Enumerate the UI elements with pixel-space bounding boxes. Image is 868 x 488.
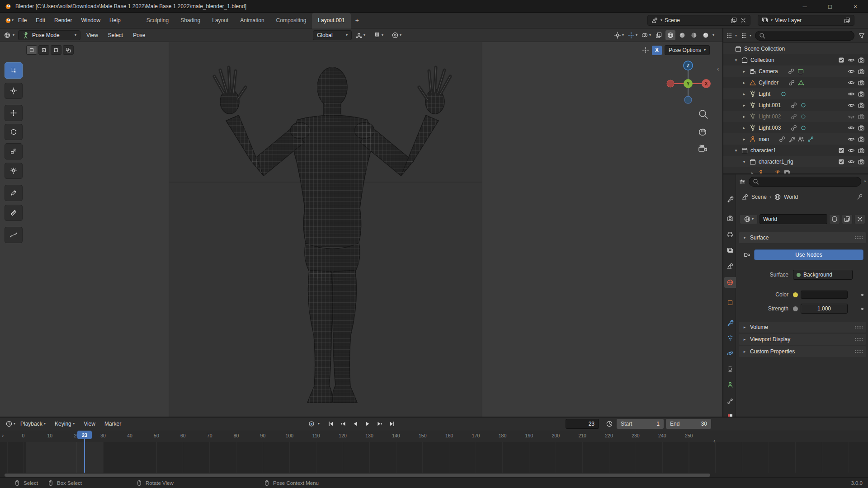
window-titlebar[interactable]: Blender [C:\Users\soila\Downloads\Male B…: [0, 0, 868, 13]
3d-viewport[interactable]: Z X Y ‹ ▾ Pose Mode ▾: [0, 28, 722, 417]
outliner-row-light-003[interactable]: ▸ Light.003: [723, 122, 868, 133]
auto-keying-toggle[interactable]: [306, 419, 317, 428]
tab-layout-001[interactable]: Layout.001: [312, 13, 350, 28]
tab-animation[interactable]: Animation: [234, 13, 270, 28]
custom-properties-section-header[interactable]: ▸ Custom Properties: [739, 346, 866, 357]
eye-icon[interactable]: [848, 90, 855, 98]
xray-toggle[interactable]: [654, 30, 664, 40]
viewport-display-section-header[interactable]: ▸ Viewport Display: [739, 334, 866, 345]
display-pill-2[interactable]: [38, 45, 49, 55]
animate-dot-icon[interactable]: [861, 294, 863, 296]
filter-funnel-icon[interactable]: [858, 32, 865, 39]
tab-bone[interactable]: [724, 396, 736, 407]
camera-render-icon[interactable]: [858, 56, 865, 64]
jump-to-start-button[interactable]: [325, 419, 336, 428]
outliner-search[interactable]: [755, 31, 854, 41]
checkbox-icon[interactable]: [838, 56, 845, 64]
camera-render-icon[interactable]: [858, 90, 865, 98]
frame-start-field[interactable]: Start 1: [617, 419, 664, 429]
eye-icon[interactable]: [848, 102, 855, 109]
checkbox-icon[interactable]: [838, 158, 845, 165]
disclosure-triangle-icon[interactable]: ▸: [741, 92, 747, 96]
eye-closed-icon[interactable]: [848, 113, 855, 120]
tab-constraints[interactable]: [724, 364, 736, 375]
disclosure-triangle-icon[interactable]: ▾: [741, 160, 747, 164]
disclosure-triangle-icon[interactable]: ▸: [741, 80, 747, 85]
outliner-row-light-001[interactable]: ▸ Light.001: [723, 99, 868, 111]
visibility-dropdown[interactable]: ▾: [613, 30, 625, 40]
new-view-layer-icon[interactable]: [844, 17, 851, 24]
camera-render-icon[interactable]: [858, 113, 865, 120]
eye-icon[interactable]: [848, 68, 855, 75]
tab-view-layer[interactable]: [724, 245, 736, 256]
tool-transform[interactable]: [5, 163, 23, 179]
scene-selector[interactable]: ▾ Scene: [647, 15, 750, 26]
display-pill-1[interactable]: [26, 45, 37, 55]
tool-pose-breakdowner[interactable]: [5, 227, 23, 243]
tool-select-box[interactable]: [5, 62, 23, 79]
volume-section-header[interactable]: ▸ Volume: [739, 322, 866, 333]
disclosure-triangle-icon[interactable]: ▸: [750, 171, 755, 175]
disclosure-triangle-icon[interactable]: ▸: [741, 137, 747, 141]
properties-search[interactable]: [749, 177, 861, 187]
eye-icon[interactable]: [848, 158, 855, 165]
use-preview-range-icon[interactable]: [606, 420, 613, 427]
panel-toggle-icon[interactable]: ›: [2, 432, 4, 439]
menu-window[interactable]: Window: [76, 15, 105, 26]
pivot-point-dropdown[interactable]: ▾: [354, 30, 366, 40]
properties-editor-icon[interactable]: [739, 178, 746, 185]
playhead-label[interactable]: 23: [77, 431, 92, 439]
unlink-world-button[interactable]: [854, 214, 865, 224]
outliner-editor-icon[interactable]: [726, 32, 733, 39]
outliner-row-camera[interactable]: ▸ Camera: [723, 66, 868, 77]
editor-type-icon[interactable]: [4, 32, 11, 39]
pin-icon[interactable]: [856, 193, 863, 201]
scene-icon[interactable]: [741, 193, 749, 201]
shading-rendered-button[interactable]: [701, 30, 711, 40]
disclosure-triangle-icon[interactable]: ▸: [741, 103, 747, 108]
proportional-falloff-icon[interactable]: [642, 47, 649, 54]
show-gizmo-toggle[interactable]: ▾: [627, 30, 638, 40]
properties-search-input[interactable]: [762, 178, 858, 185]
eye-icon[interactable]: [848, 79, 855, 86]
frame-end-field[interactable]: End 30: [666, 419, 711, 429]
tab-particles[interactable]: [724, 333, 736, 343]
viewport-scene[interactable]: Z X Y ‹: [0, 42, 722, 417]
eye-icon[interactable]: [848, 136, 855, 143]
camera-render-icon[interactable]: [858, 102, 865, 109]
world-browse-button[interactable]: ▾: [740, 214, 758, 224]
eye-icon[interactable]: [848, 56, 855, 64]
menu-render[interactable]: Render: [50, 15, 76, 26]
sidebar-toggle-icon[interactable]: ‹: [717, 65, 719, 72]
outliner-row-collection[interactable]: ▾ Collection: [723, 54, 868, 66]
transform-orientation-dropdown[interactable]: Global ▾: [313, 30, 352, 40]
disclosure-triangle-icon[interactable]: ▾: [733, 148, 739, 153]
strength-field[interactable]: 1.000: [801, 304, 848, 314]
camera-render-icon[interactable]: [858, 158, 865, 165]
disclosure-triangle-icon[interactable]: ▸: [741, 126, 747, 130]
camera-render-icon[interactable]: [858, 147, 865, 154]
tab-object[interactable]: [724, 297, 736, 308]
surface-shader-dropdown[interactable]: Background: [793, 270, 853, 280]
tool-annotate[interactable]: [5, 185, 23, 201]
tool-measure[interactable]: [5, 205, 23, 221]
unlink-scene-icon[interactable]: [740, 17, 747, 24]
show-overlays-toggle[interactable]: ▾: [640, 30, 652, 40]
blender-menu-icon[interactable]: [5, 17, 12, 24]
proportional-edit-toggle[interactable]: ▾: [391, 30, 402, 40]
play-reverse-button[interactable]: [349, 419, 361, 428]
surface-section-header[interactable]: ▾ Surface: [739, 232, 866, 243]
grip-icon[interactable]: [854, 350, 863, 353]
tab-layout[interactable]: Layout: [206, 13, 234, 28]
tab-sculpting[interactable]: Sculpting: [141, 13, 175, 28]
grip-icon[interactable]: [854, 325, 863, 329]
outliner-row-partial[interactable]: ▸: [723, 167, 868, 174]
disclosure-triangle-icon[interactable]: ▾: [733, 58, 739, 62]
outliner-row-light-002[interactable]: ▸ Light.002: [723, 111, 868, 122]
mode-dropdown[interactable]: Pose Mode ▾: [18, 30, 80, 40]
view-layer-selector[interactable]: ▾ View Layer: [758, 15, 854, 26]
gizmo-x-neg-axis[interactable]: [667, 80, 674, 87]
animate-dot-icon[interactable]: [861, 308, 863, 310]
grip-icon[interactable]: [854, 236, 863, 239]
tool-scale[interactable]: [5, 143, 23, 160]
